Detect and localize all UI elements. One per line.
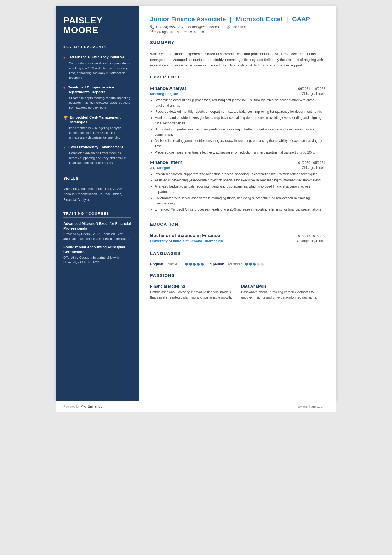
email-icon: ✉ — [188, 25, 191, 29]
bullet-item: Enhanced Microsoft Office processes, lea… — [155, 207, 325, 212]
passion-title: Financial Modeling — [150, 284, 234, 288]
passions-grid: Financial Modeling Enthusiastic about cr… — [150, 284, 325, 300]
language-dots — [245, 263, 264, 266]
extra-field: Extra Field — [188, 30, 204, 34]
training-title-text: Foundational Accounting Principles Certi… — [63, 245, 131, 255]
language-name: English — [150, 262, 165, 266]
dot-filled — [201, 263, 204, 266]
bullet-item: Assisted in creating journal entries ens… — [155, 138, 325, 149]
job-header: Finance Intern 01/2020 - 05/2021 — [150, 160, 325, 165]
job-title: Junior Finance Associate | Microsoft Exc… — [150, 16, 325, 23]
language-dots — [185, 263, 204, 266]
language-item: Spanish Advanced — [210, 262, 264, 266]
job-bullets: Provided analytical support for the budg… — [150, 172, 325, 212]
language-item: English Native — [150, 262, 204, 266]
education-section: EDUCATION Bachelor of Science in Finance… — [150, 222, 325, 246]
dot-filled — [245, 263, 248, 266]
dot-filled — [193, 263, 196, 266]
experience-section: EXPERIENCE Finance Analyst 06/2021 - 10/… — [150, 75, 325, 217]
company-name: J.P. Morgan — [150, 166, 170, 170]
job-dates: 06/2021 - 10/2023 — [298, 87, 325, 91]
dot-filled — [189, 263, 192, 266]
bullet-item: Streamlined account setup processes, red… — [155, 98, 325, 108]
dot-empty — [261, 263, 264, 266]
passion-desc: Enthusiastic about creating innovative f… — [150, 290, 234, 300]
link-icon: 🔗 — [227, 25, 231, 29]
dot-filled — [185, 263, 188, 266]
heart-icon: ♥ — [63, 86, 66, 90]
dot-empty — [257, 263, 260, 266]
summary-section: SUMMARY With 3 years of finance experien… — [150, 40, 325, 70]
footer-bar: Powered by Enhancv www.enhancv.com — [56, 401, 336, 412]
passion-desc: Passionate about unraveling complex data… — [241, 290, 325, 300]
check-icon: ✔ — [63, 145, 66, 150]
languages-section-title: LANGUAGES — [150, 251, 325, 256]
job-entry: Finance Intern 01/2020 - 05/2021 J.P. Mo… — [150, 160, 325, 212]
job-entry: Finance Analyst 06/2021 - 10/2023 Mornin… — [150, 86, 325, 155]
phone-contact: 📞 +1-(234)-555-1234 — [150, 25, 183, 29]
achievement-item: ✔ Excel Proficiency Enhancement Complete… — [63, 145, 131, 165]
email-address: help@enhancv.com — [192, 25, 221, 29]
achievement-title: Developed Comprehensive Departmental Rep… — [68, 85, 131, 95]
language-level: Native — [168, 262, 183, 266]
bullet-item: Monitored and provided oversight for sta… — [155, 115, 325, 126]
bullet-item: Supported comprehensive cash flow predic… — [155, 127, 325, 137]
degree-title: Bachelor of Science in Finance — [150, 233, 220, 238]
bullet-item: Provided analytical support for the budg… — [155, 172, 325, 177]
achievement-item: ♥ Developed Comprehensive Departmental R… — [63, 85, 131, 110]
heart-icon: ♥ — [63, 56, 66, 60]
achievement-desc: Completed advanced Excel modules, direct… — [63, 151, 131, 165]
achievement-item: 🏆 Embedded Cost-Management Strategies Im… — [63, 115, 131, 140]
footer-left: Powered by Enhancv — [63, 404, 103, 408]
logo-icon — [81, 404, 87, 408]
training-desc: Provided by Udemy, 2022. Focus on Excel … — [63, 232, 131, 241]
achievement-item: ♥ Led Financial Efficiency Initiative Su… — [63, 55, 131, 80]
contact-row-1: 📞 +1-(234)-555-1234 ✉ help@enhancv.com 🔗… — [150, 25, 325, 29]
passion-title: Data Analysis — [241, 284, 325, 288]
contact-row-2: 📍 Chicago, Illinois ☆ Extra Field — [150, 30, 325, 34]
achievements-title: KEY ACHIEVEMENTS — [63, 45, 131, 49]
footer-website: www.enhancv.com — [298, 404, 325, 408]
job-location: Chicago, Illinois — [302, 92, 325, 96]
job-dates: 01/2020 - 05/2021 — [298, 161, 325, 165]
city: Chicago, Illinois — [155, 30, 179, 34]
location-contact: 📍 Chicago, Illinois — [150, 30, 179, 34]
achievement-desc: Created in-depth monthly reports impacti… — [63, 96, 131, 110]
job-company-row: J.P. Morgan Chicago, Illinois — [150, 166, 325, 170]
summary-text: With 3 years of finance experience, skil… — [150, 51, 325, 68]
edu-inst-row: University of Illinois at Urbana-Champai… — [150, 239, 325, 243]
summary-section-title: SUMMARY — [150, 40, 325, 45]
languages-row: English Native Spanish Advance — [150, 262, 325, 266]
bullet-item: Prepared cost transfer entries effective… — [155, 150, 325, 155]
experience-section-title: EXPERIENCE — [150, 75, 325, 79]
phone-number: +1-(234)-555-1234 — [155, 25, 183, 29]
powered-by-label: Powered by — [63, 405, 80, 408]
training-item: Advanced Microsoft Excel for Financial P… — [63, 221, 131, 241]
skills-section: SKILLS Microsoft Office, Microsoft Excel… — [63, 175, 131, 205]
email-contact: ✉ help@enhancv.com — [188, 25, 221, 29]
achievement-title: Embedded Cost-Management Strategies — [70, 115, 131, 125]
edu-header: Bachelor of Science in Finance 01/2016 -… — [150, 233, 325, 238]
achievements-section: KEY ACHIEVEMENTS ♥ Led Financial Efficie… — [63, 44, 131, 170]
job-header: Finance Analyst 06/2021 - 10/2023 — [150, 86, 325, 91]
main-content: Junior Finance Associate | Microsoft Exc… — [139, 6, 336, 401]
company-name: Morningstar, Inc. — [150, 92, 179, 96]
job-title-text: Finance Analyst — [150, 86, 186, 91]
languages-section: LANGUAGES English Native — [150, 251, 325, 268]
achievement-desc: Successfully improved financial procedur… — [63, 61, 131, 80]
training-section: TRAINING / COURSES Advanced Microsoft Ex… — [63, 210, 131, 269]
trophy-icon: 🏆 — [63, 116, 68, 120]
language-level: Advanced — [228, 262, 243, 266]
bullet-item: Analyzed budget to actuals reporting, id… — [155, 184, 325, 194]
phone-icon: 📞 — [150, 25, 154, 29]
candidate-name: PAISLEY MOORE — [63, 16, 131, 35]
enhancv-logo: Enhancv — [81, 404, 103, 408]
bullet-item: Assisted in developing year-to-date proj… — [155, 178, 325, 183]
job-location: Chicago, Illinois — [302, 166, 325, 170]
extra-field-contact: ☆ Extra Field — [184, 30, 204, 34]
job-bullets: Streamlined account setup processes, red… — [150, 98, 325, 155]
achievement-title: Excel Proficiency Enhancement — [68, 145, 123, 150]
institution-name: University of Illinois at Urbana-Champai… — [150, 239, 223, 243]
dot-filled — [253, 263, 256, 266]
achievement-desc: Implemented new budgeting analysis contr… — [63, 126, 131, 140]
